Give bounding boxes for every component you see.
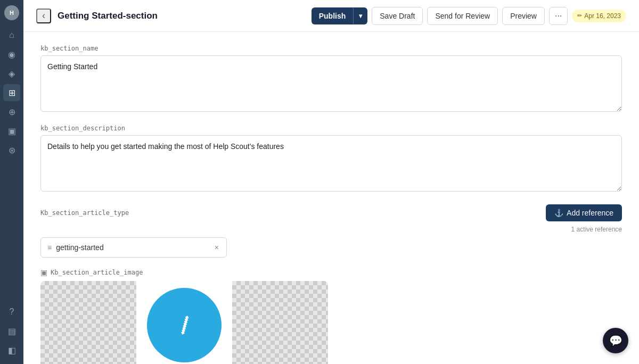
add-reference-icon: ⚓ <box>554 209 563 217</box>
add-reference-label: Add reference <box>567 209 613 217</box>
sidebar-icon-team[interactable]: ⊛ <box>3 142 20 159</box>
sidebar-icon-help[interactable]: ? <box>3 303 20 320</box>
sidebar-icon-image[interactable]: ▣ <box>3 122 20 139</box>
save-draft-button[interactable]: Save Draft <box>372 7 423 25</box>
send-review-button[interactable]: Send for Review <box>427 7 498 25</box>
sidebar-icon-template[interactable]: ▤ <box>3 322 20 340</box>
sidebar-icon-blog[interactable]: ◉ <box>3 46 20 63</box>
publish-dropdown-icon[interactable]: ▾ <box>353 8 367 24</box>
reference-tag-value: getting-started <box>56 243 209 252</box>
date-badge: ✏ Apr 16, 2023 <box>572 10 626 22</box>
reference-tag: ≡ getting-started × <box>40 237 227 258</box>
header: ‹ Getting Started-section Publish ▾ Save… <box>23 0 639 32</box>
name-textarea[interactable]: Getting Started <box>40 55 622 112</box>
name-field-group: kb_section_name Getting Started <box>40 45 622 114</box>
article-type-row: Kb_section_article_type ⚓ Add reference <box>40 204 622 221</box>
image-center: ⟋ <box>136 281 232 364</box>
sidebar: H ⌂ ◉ ◈ ⊞ ⊕ ▣ ⊛ ? ▤ ◧ <box>0 0 23 364</box>
article-type-field-group: Kb_section_article_type ⚓ Add reference … <box>40 204 622 258</box>
chat-icon: 💬 <box>609 334 622 347</box>
more-options-button[interactable]: ··· <box>549 7 568 25</box>
name-label: kb_section_name <box>40 45 622 52</box>
article-type-label: Kb_section_article_type <box>40 209 129 217</box>
page-title: Getting Started-section <box>58 11 312 21</box>
sidebar-icon-home[interactable]: ⌂ <box>3 27 20 44</box>
reference-tag-icon: ≡ <box>47 243 52 252</box>
active-reference-count: 1 active reference <box>40 226 622 233</box>
pencil-icon: ✏ <box>577 12 582 19</box>
main-area: ‹ Getting Started-section Publish ▾ Save… <box>23 0 639 364</box>
sidebar-icon-file[interactable]: ◈ <box>3 65 20 82</box>
reference-tag-close[interactable]: × <box>214 243 220 252</box>
back-button[interactable]: ‹ <box>36 9 51 23</box>
brand-logo-icon: ⟋ <box>166 306 202 344</box>
header-actions: Publish ▾ Save Draft Send for Review Pre… <box>312 7 626 25</box>
image-preview: ⟋ <box>40 281 328 364</box>
publish-label: Publish <box>312 7 354 24</box>
checker-left <box>40 281 136 364</box>
content-area: kb_section_name Getting Started kb_secti… <box>23 32 639 364</box>
date-label: Apr 16, 2023 <box>584 12 621 20</box>
description-label: kb_section_description <box>40 125 622 132</box>
checker-right <box>232 281 328 364</box>
image-label-row: ▣ Kb_section_article_image <box>40 268 622 277</box>
sidebar-icon-grid[interactable]: ⊞ <box>3 84 20 101</box>
image-field-icon: ▣ <box>40 268 47 277</box>
avatar[interactable]: H <box>4 5 19 20</box>
sidebar-icon-users[interactable]: ⊕ <box>3 103 20 120</box>
chat-button[interactable]: 💬 <box>603 328 628 353</box>
description-textarea[interactable]: Details to help you get started making t… <box>40 135 622 192</box>
publish-button[interactable]: Publish ▾ <box>312 7 368 24</box>
preview-button[interactable]: Preview <box>502 7 545 25</box>
description-field-group: kb_section_description Details to help y… <box>40 125 622 194</box>
add-reference-button[interactable]: ⚓ Add reference <box>546 204 622 221</box>
brand-circle: ⟋ <box>147 288 222 362</box>
image-field-group: ▣ Kb_section_article_image ⟋ <box>40 268 622 364</box>
image-label: Kb_section_article_image <box>51 269 143 276</box>
sidebar-icon-layers[interactable]: ◧ <box>3 342 20 359</box>
